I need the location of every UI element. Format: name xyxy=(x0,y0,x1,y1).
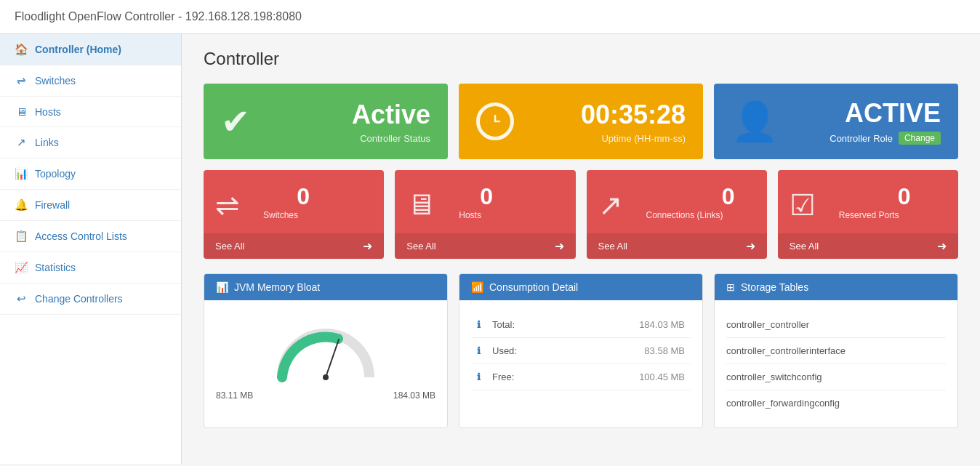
consumption-label-1: Used: xyxy=(486,338,566,364)
storage-list: controller_controllercontroller_controll… xyxy=(726,312,946,416)
consumption-row-0: ℹ Total: 184.03 MB xyxy=(471,312,691,338)
gauge-container: 83.11 MB 184.03 MB xyxy=(216,312,435,408)
sidebar: 🏠 Controller (Home)⇌ Switches🖥 Hosts↗ Li… xyxy=(0,34,182,464)
switches-card: ⇌ 0 Switches See All ➜ xyxy=(204,170,384,259)
statistics-label: Statistics xyxy=(35,262,76,273)
consumption-row-2: ℹ Free: 100.45 MB xyxy=(471,364,691,390)
links-card: ↗ 0 Connections (Links) See All ➜ xyxy=(587,170,767,259)
counter-icon-2: ↗ xyxy=(598,188,623,222)
uptime-card: 00:35:28 Uptime (HH-mm-ss) xyxy=(459,84,703,159)
sidebar-item-links[interactable]: ↗ Links xyxy=(0,127,181,158)
uptime-value: 00:35:28 xyxy=(529,100,686,130)
firewall-label: Firewall xyxy=(35,199,70,211)
sidebar-item-switches[interactable]: ⇌ Switches xyxy=(0,65,181,97)
role-value: ACTIVE xyxy=(845,98,941,129)
sidebar-item-acl[interactable]: 📋 Access Control Lists xyxy=(0,221,181,252)
page-title: Controller xyxy=(204,49,958,69)
svg-line-2 xyxy=(326,340,339,377)
consumption-value-2: 100.45 MB xyxy=(566,364,691,390)
jvm-icon: 📊 xyxy=(216,281,228,293)
consumption-value-1: 83.58 MB xyxy=(566,338,691,364)
change-controllers-icon: ↩ xyxy=(15,292,28,305)
storage-item-1: controller_controllerinterface xyxy=(726,338,946,364)
counter-label-3: Reserved Ports xyxy=(827,210,911,226)
consumption-panel-header: 📶 Consumption Detail xyxy=(459,274,702,300)
links-label: Links xyxy=(35,137,59,148)
counter-footer-1[interactable]: See All ➜ xyxy=(395,233,575,259)
svg-point-3 xyxy=(323,374,329,380)
gauge-svg xyxy=(268,319,384,385)
counter-label-1: Hosts xyxy=(447,210,493,226)
counter-icon-3: ☑ xyxy=(790,188,816,222)
sidebar-item-firewall[interactable]: 🔔 Firewall xyxy=(0,190,181,221)
counter-cards-row: ⇌ 0 Switches See All ➜ 🖥 0 Hosts See All… xyxy=(204,170,958,259)
storage-title: Storage Tables xyxy=(741,281,808,293)
info-icon-1: ℹ xyxy=(471,338,486,364)
counter-footer-3[interactable]: See All ➜ xyxy=(778,233,958,259)
consumption-label-2: Free: xyxy=(486,364,566,390)
app-header: Floodlight OpenFlow Controller - 192.168… xyxy=(0,0,980,34)
consumption-panel: 📶 Consumption Detail ℹ Total: 184.03 MB … xyxy=(459,273,703,428)
sidebar-item-hosts[interactable]: 🖥 Hosts xyxy=(0,97,181,127)
firewall-icon: 🔔 xyxy=(15,198,28,212)
change-role-button[interactable]: Change xyxy=(899,132,941,145)
storage-panel-header: ⊞ Storage Tables xyxy=(715,274,957,300)
arrow-icon-0: ➜ xyxy=(363,239,372,253)
counter-footer-0[interactable]: See All ➜ xyxy=(204,233,384,259)
gauge-total-label: 184.03 MB xyxy=(393,390,435,401)
storage-panel: ⊞ Storage Tables controller_controllerco… xyxy=(714,273,958,428)
arrow-icon-3: ➜ xyxy=(937,239,947,253)
controller-home-icon: 🏠 xyxy=(15,43,28,56)
sidebar-item-statistics[interactable]: 📈 Statistics xyxy=(0,252,181,284)
role-label: Controller Role xyxy=(830,133,893,144)
storage-item-0: controller_controller xyxy=(726,312,946,338)
arrow-icon-1: ➜ xyxy=(555,239,564,253)
role-card: 👤 ACTIVE Controller Role Change xyxy=(714,84,958,159)
jvm-panel: 📊 JVM Memory Bloat xyxy=(204,273,448,428)
topology-icon: 📊 xyxy=(15,167,28,180)
hosts-label: Hosts xyxy=(35,106,61,118)
info-icon-0: ℹ xyxy=(471,312,486,338)
checkmark-icon: ✔ xyxy=(221,101,250,142)
jvm-title: JVM Memory Bloat xyxy=(234,281,320,293)
controller-status-card: ✔ Active Controller Status xyxy=(204,84,448,159)
sidebar-item-topology[interactable]: 📊 Topology xyxy=(0,158,181,190)
consumption-value-0: 184.03 MB xyxy=(566,312,691,338)
see-all-link-0[interactable]: See All xyxy=(215,241,244,252)
change-controllers-label: Change Controllers xyxy=(35,293,123,305)
counter-value-0: 0 xyxy=(252,183,310,210)
counter-icon-0: ⇌ xyxy=(215,188,240,222)
bottom-panels-row: 📊 JVM Memory Bloat xyxy=(204,273,958,428)
topology-label: Topology xyxy=(35,168,76,180)
consumption-title: Consumption Detail xyxy=(489,281,578,293)
counter-value-3: 0 xyxy=(827,183,911,210)
gauge-used-label: 83.11 MB xyxy=(216,390,253,401)
switches-label: Switches xyxy=(35,75,76,87)
consumption-icon: 📶 xyxy=(471,281,483,293)
storage-icon: ⊞ xyxy=(726,281,735,293)
clock-icon xyxy=(476,103,514,140)
stat-cards-row: ✔ Active Controller Status xyxy=(204,84,958,159)
main-content: Controller ✔ Active Controller Status xyxy=(182,34,980,464)
jvm-panel-header: 📊 JVM Memory Bloat xyxy=(204,274,447,300)
see-all-link-2[interactable]: See All xyxy=(598,241,627,252)
sidebar-item-change-controllers[interactable]: ↩ Change Controllers xyxy=(0,284,181,315)
counter-icon-1: 🖥 xyxy=(406,188,435,221)
arrow-icon-2: ➜ xyxy=(746,239,755,253)
counter-footer-2[interactable]: See All ➜ xyxy=(587,233,767,259)
see-all-link-1[interactable]: See All xyxy=(406,241,435,252)
info-icon-2: ℹ xyxy=(471,364,486,390)
see-all-link-3[interactable]: See All xyxy=(790,241,819,252)
counter-label-2: Connections (Links) xyxy=(635,210,735,226)
consumption-row-1: ℹ Used: 83.58 MB xyxy=(471,338,691,364)
hosts-card: 🖥 0 Hosts See All ➜ xyxy=(395,170,575,259)
consumption-table: ℹ Total: 184.03 MB ℹ Used: 83.58 MB ℹ Fr… xyxy=(471,312,691,390)
acl-label: Access Control Lists xyxy=(35,230,127,242)
counter-value-2: 0 xyxy=(635,183,735,210)
counter-value-1: 0 xyxy=(447,183,493,210)
storage-item-3: controller_forwardingconfig xyxy=(726,390,946,416)
links-icon: ↗ xyxy=(15,136,28,149)
counter-label-0: Switches xyxy=(252,210,310,226)
sidebar-item-controller-home[interactable]: 🏠 Controller (Home) xyxy=(0,34,181,65)
status-value: Active xyxy=(265,100,430,130)
